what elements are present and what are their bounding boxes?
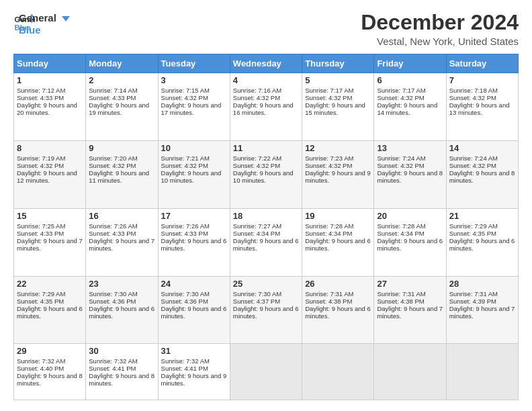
daylight-text: Daylight: 9 hours and 6 minutes. [233, 305, 299, 320]
day-number: 31 [161, 346, 227, 356]
sunset-text: Sunset: 4:35 PM [449, 230, 496, 237]
logo-line1: General [19, 12, 71, 24]
sunrise-text: Sunrise: 7:21 AM [161, 154, 210, 162]
sunrise-text: Sunrise: 7:30 AM [233, 290, 281, 298]
table-row: 3Sunrise: 7:15 AMSunset: 4:32 PMDaylight… [158, 73, 230, 141]
logo-line2: Blue [19, 24, 71, 36]
table-row: 1Sunrise: 7:12 AMSunset: 4:33 PMDaylight… [14, 73, 86, 141]
main-title: December 2024 [361, 11, 519, 34]
svg-marker-4 [62, 16, 70, 21]
sunset-text: Sunset: 4:34 PM [305, 230, 352, 237]
daylight-text: Daylight: 9 hours and 7 minutes. [377, 305, 443, 320]
col-saturday: Saturday [446, 54, 518, 73]
daylight-text: Daylight: 9 hours and 6 minutes. [17, 305, 83, 320]
table-row: 7Sunrise: 7:18 AMSunset: 4:32 PMDaylight… [446, 73, 518, 141]
day-number: 27 [377, 279, 443, 289]
table-row: 18Sunrise: 7:27 AMSunset: 4:34 PMDayligh… [230, 208, 302, 276]
day-number: 8 [17, 143, 83, 153]
day-number: 4 [233, 75, 299, 85]
day-number: 12 [305, 143, 371, 153]
day-number: 26 [305, 279, 371, 289]
sunrise-text: Sunrise: 7:31 AM [305, 290, 353, 298]
sunrise-text: Sunrise: 7:31 AM [377, 290, 425, 298]
sunset-text: Sunset: 4:33 PM [17, 230, 64, 237]
table-row: 15Sunrise: 7:25 AMSunset: 4:33 PMDayligh… [14, 208, 86, 276]
table-row: 29Sunrise: 7:32 AMSunset: 4:40 PMDayligh… [14, 344, 86, 400]
daylight-text: Daylight: 9 hours and 7 minutes. [449, 305, 515, 320]
sunrise-text: Sunrise: 7:22 AM [233, 154, 281, 162]
day-number: 1 [17, 75, 83, 85]
sunset-text: Sunset: 4:34 PM [233, 230, 280, 237]
logo-arrow-icon [60, 13, 71, 24]
daylight-text: Daylight: 9 hours and 11 minutes. [89, 169, 149, 184]
col-friday: Friday [374, 54, 446, 73]
table-row: 12Sunrise: 7:23 AMSunset: 4:32 PMDayligh… [302, 140, 374, 208]
day-number: 22 [17, 279, 83, 289]
daylight-text: Daylight: 9 hours and 8 minutes. [449, 169, 515, 184]
sunset-text: Sunset: 4:32 PM [377, 162, 424, 169]
col-sunday: Sunday [14, 54, 86, 73]
day-number: 9 [89, 143, 154, 153]
daylight-text: Daylight: 9 hours and 9 minutes. [305, 169, 371, 184]
header: General Blue General Blue December 2024 … [13, 11, 519, 47]
daylight-text: Daylight: 9 hours and 7 minutes. [89, 237, 154, 252]
sunset-text: Sunset: 4:32 PM [305, 94, 352, 101]
table-row: 25Sunrise: 7:30 AMSunset: 4:37 PMDayligh… [230, 276, 302, 344]
table-row [230, 344, 302, 400]
daylight-text: Daylight: 9 hours and 6 minutes. [161, 237, 227, 252]
daylight-text: Daylight: 9 hours and 6 minutes. [305, 305, 371, 320]
day-number: 21 [449, 211, 515, 221]
table-row: 17Sunrise: 7:26 AMSunset: 4:33 PMDayligh… [158, 208, 230, 276]
day-number: 19 [305, 211, 371, 221]
sunset-text: Sunset: 4:32 PM [161, 94, 208, 101]
sunrise-text: Sunrise: 7:20 AM [89, 154, 137, 162]
daylight-text: Daylight: 9 hours and 15 minutes. [305, 101, 365, 116]
col-tuesday: Tuesday [158, 54, 230, 73]
day-number: 18 [233, 211, 299, 221]
day-number: 2 [89, 75, 154, 85]
logo: General Blue General Blue [13, 11, 71, 36]
sunset-text: Sunset: 4:38 PM [377, 298, 424, 305]
table-row: 2Sunrise: 7:14 AMSunset: 4:33 PMDaylight… [86, 73, 158, 141]
sunrise-text: Sunrise: 7:14 AM [89, 87, 137, 94]
sunset-text: Sunset: 4:41 PM [89, 365, 136, 372]
sunrise-text: Sunrise: 7:29 AM [449, 222, 498, 230]
sunset-text: Sunset: 4:33 PM [161, 230, 208, 237]
sunrise-text: Sunrise: 7:24 AM [377, 154, 425, 162]
daylight-text: Daylight: 9 hours and 6 minutes. [89, 305, 154, 320]
table-row: 28Sunrise: 7:31 AMSunset: 4:39 PMDayligh… [446, 276, 518, 344]
table-row: 5Sunrise: 7:17 AMSunset: 4:32 PMDaylight… [302, 73, 374, 141]
table-row: 20Sunrise: 7:28 AMSunset: 4:34 PMDayligh… [374, 208, 446, 276]
table-row: 6Sunrise: 7:17 AMSunset: 4:32 PMDaylight… [374, 73, 446, 141]
daylight-text: Daylight: 9 hours and 6 minutes. [233, 237, 299, 252]
col-thursday: Thursday [302, 54, 374, 73]
daylight-text: Daylight: 9 hours and 13 minutes. [449, 101, 510, 116]
day-number: 29 [17, 346, 83, 356]
sunset-text: Sunset: 4:35 PM [17, 298, 64, 305]
table-row: 27Sunrise: 7:31 AMSunset: 4:38 PMDayligh… [374, 276, 446, 344]
sunrise-text: Sunrise: 7:12 AM [17, 87, 65, 94]
table-row: 14Sunrise: 7:24 AMSunset: 4:32 PMDayligh… [446, 140, 518, 208]
daylight-text: Daylight: 9 hours and 8 minutes. [89, 372, 154, 387]
sunrise-text: Sunrise: 7:28 AM [305, 222, 353, 230]
sunset-text: Sunset: 4:38 PM [305, 298, 352, 305]
daylight-text: Daylight: 9 hours and 6 minutes. [449, 237, 515, 252]
sunrise-text: Sunrise: 7:25 AM [17, 222, 65, 230]
day-number: 23 [89, 279, 154, 289]
daylight-text: Daylight: 9 hours and 12 minutes. [17, 169, 77, 184]
table-row: 24Sunrise: 7:30 AMSunset: 4:36 PMDayligh… [158, 276, 230, 344]
sunrise-text: Sunrise: 7:15 AM [161, 87, 210, 94]
daylight-text: Daylight: 9 hours and 10 minutes. [233, 169, 294, 184]
sunset-text: Sunset: 4:33 PM [89, 94, 136, 101]
daylight-text: Daylight: 9 hours and 9 minutes. [161, 372, 227, 387]
page: General Blue General Blue December 2024 … [0, 0, 532, 411]
day-number: 15 [17, 211, 83, 221]
sunset-text: Sunset: 4:32 PM [377, 94, 424, 101]
calendar-header-row: Sunday Monday Tuesday Wednesday Thursday… [14, 54, 519, 73]
table-row: 4Sunrise: 7:16 AMSunset: 4:32 PMDaylight… [230, 73, 302, 141]
title-block: December 2024 Vestal, New York, United S… [361, 11, 519, 47]
daylight-text: Daylight: 9 hours and 6 minutes. [377, 237, 443, 252]
daylight-text: Daylight: 9 hours and 16 minutes. [233, 101, 294, 116]
sunrise-text: Sunrise: 7:26 AM [161, 222, 210, 230]
sunrise-text: Sunrise: 7:32 AM [89, 357, 137, 365]
